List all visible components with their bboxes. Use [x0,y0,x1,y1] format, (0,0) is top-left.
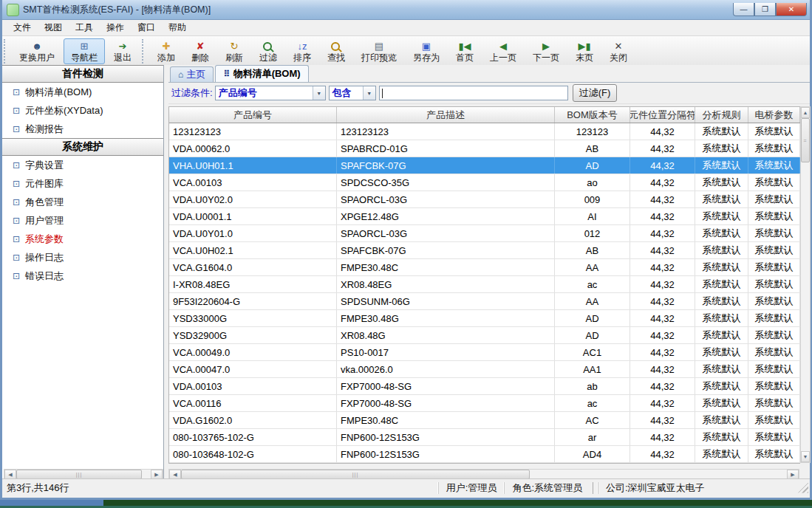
close-button[interactable]: ✕ [776,3,807,16]
chevron-down-icon[interactable]: ▼ [363,86,375,100]
sidebar-item-role-management[interactable]: ⊡角色管理 [2,193,163,211]
tab-bom[interactable]: ⠿物料清单(BOM) [215,65,308,82]
last-page-icon: ▶▮ [578,41,590,52]
table-row[interactable]: VCA.00116FXP7000-48-SGac44,32系统默认系统默认 [169,395,800,412]
navbar-toggle-button[interactable]: ⊞导航栏 [64,38,105,64]
section-first-article[interactable]: 首件检测 [2,65,163,83]
menu-window[interactable]: 窗口 [131,20,162,35]
cell-col-bom-version: ao [555,174,630,190]
bom-table: 产品编号产品描述BOM版本号元件位置分隔符分析规则电桥参数12312312312… [168,106,800,464]
cell-col-product-desc: SPDSUNM-06G [337,293,555,309]
cell-col-bom-version: AD4 [555,446,630,462]
table-row[interactable]: VDA.U0Y02.0SPAORCL-03G00944,32系统默认系统默认 [169,191,800,208]
filter-label: 过滤条件: [171,86,213,100]
resize-grip[interactable] [798,483,808,493]
col-product-no[interactable]: 产品编号 [169,107,337,123]
cell-col-bridge-params: 系统默认 [748,174,800,190]
menu-help[interactable]: 帮助 [162,20,193,35]
sidebar-item-bom[interactable]: ⊡物料清单(BOM) [2,83,163,101]
delete-button[interactable]: ✘删除 [184,38,216,64]
filter-operator-select[interactable]: 包含 ▼ [329,86,376,100]
menu-operate[interactable]: 操作 [100,20,131,35]
table-row[interactable]: 080-103765-102-GFNP600-12S153Gar44,32系统默… [169,429,800,446]
sidebar-item-error-log[interactable]: ⊡错误日志 [2,267,163,285]
filter-button[interactable]: 过滤 [252,38,284,64]
cell-col-analysis-rule: 系统默认 [695,378,748,394]
cell-col-position-separator: 44,32 [630,140,695,157]
chevron-down-icon[interactable]: ▼ [313,86,325,100]
exit-button[interactable]: ➔退出 [106,38,139,64]
col-bom-version[interactable]: BOM版本号 [555,107,630,123]
table-row[interactable]: VDA.00062.0SPABRCD-01GAB44,32系统默认系统默认 [169,140,800,157]
save-as-button[interactable]: ▣另存为 [406,38,447,64]
table-row[interactable]: 12312312312312312312312344,32系统默认系统默认 [169,123,800,140]
cell-col-product-no: YSD33000G [169,310,337,326]
refresh-button[interactable]: ↻刷新 [218,38,250,64]
sort-button[interactable]: ↓z排序 [286,38,318,64]
sidebar-item-user-management-label: 用户管理 [25,214,64,227]
col-position-separator[interactable]: 元件位置分隔符 [630,107,695,123]
sidebar-item-error-log-label: 错误日志 [25,270,64,283]
prev-page-button[interactable]: ◀上一页 [482,38,524,64]
cell-col-analysis-rule: 系统默认 [695,361,748,377]
cell-col-bom-version: AD [555,157,630,174]
tab-bom-label: 物料清单(BOM) [233,67,301,80]
table-row[interactable]: VCA.U0H02.1SPAFCBK-07GAB44,32系统默认系统默认 [169,242,800,259]
sidebar-item-xydata[interactable]: ⊡元件坐标(XYData) [2,101,163,120]
first-page-button[interactable]: ▮◀首页 [448,38,481,64]
print-preview-button[interactable]: ▤打印预览 [354,38,404,64]
sidebar-item-user-management[interactable]: ⊡用户管理 [2,211,163,230]
close-tab-button[interactable]: ✕关闭 [602,38,635,64]
table-row[interactable]: VCA.00049.0PS10-0017AC144,32系统默认系统默认 [169,344,800,361]
table-row[interactable]: VCA.G1604.0FMPE30.48CAA44,32系统默认系统默认 [169,259,800,276]
sidebar-item-component-library[interactable]: ⊡元件图库 [2,174,163,193]
table-row[interactable]: YSD32900GXR08.48GAD44,32系统默认系统默认 [169,327,800,344]
minimize-button[interactable]: — [733,3,754,16]
cell-col-bridge-params: 系统默认 [748,157,800,174]
table-row[interactable]: I-XR08.48EGXR08.48EGac44,32系统默认系统默认 [169,276,800,293]
main-area: 首件检测⊡物料清单(BOM)⊡元件坐标(XYData)⊡检测报告系统维护⊡字典设… [2,65,810,478]
table-row[interactable]: VHA.U0H01.1SPAFCBK-07GAD44,32系统默认系统默认 [169,157,800,174]
cell-col-product-desc: SPABRCD-01G [337,140,555,157]
add-button[interactable]: ✚添加 [150,38,182,64]
sidebar-item-report[interactable]: ⊡检测报告 [2,120,163,138]
cell-col-product-no: VDA.00103 [169,378,337,394]
scroll-up-icon[interactable]: ▲ [801,107,810,118]
menu-file[interactable]: 文件 [7,20,38,35]
menu-view[interactable]: 视图 [38,20,69,35]
table-vscroll-thumb[interactable]: = [801,118,810,162]
filter-field-select[interactable]: 产品编号 ▼ [215,86,326,100]
table-vscrollbar[interactable]: ▲ = ▼ [800,106,811,463]
section-system-maintenance[interactable]: 系统维护 [2,138,163,156]
table-row[interactable]: YSD33000GFMPE30.48GAD44,32系统默认系统默认 [169,310,800,327]
find-button[interactable]: 查找 [320,38,352,64]
sidebar-item-operation-log[interactable]: ⊡操作日志 [2,248,163,267]
cell-col-bom-version: AA1 [555,361,630,377]
table-row[interactable]: VDA.G1602.0FMPE30.48CAC44,32系统默认系统默认 [169,412,800,429]
last-page-button[interactable]: ▶▮末页 [568,38,601,64]
col-bridge-params[interactable]: 电桥参数 [748,107,800,123]
tree-node-icon: ⊡ [13,124,20,134]
sort-button-label: 排序 [293,52,311,63]
table-row[interactable]: VDA.U0001.1XPGE12.48GAI44,32系统默认系统默认 [169,208,800,225]
next-page-button[interactable]: ▶下一页 [525,38,567,64]
switch-user-button[interactable]: ☻更换用户 [12,38,62,64]
col-product-desc[interactable]: 产品描述 [337,107,555,123]
tab-home[interactable]: ⌂主页 [170,66,214,82]
table-row[interactable]: VDA.U0Y01.0SPAORCL-03G01244,32系统默认系统默认 [169,225,800,242]
restore-button[interactable]: ❐ [754,3,776,16]
sidebar-item-dictionary[interactable]: ⊡字典设置 [2,156,163,174]
apply-filter-button[interactable]: 过滤(F) [573,84,618,102]
table-row[interactable]: VDA.00103FXP7000-48-SGab44,32系统默认系统默认 [169,378,800,395]
col-analysis-rule[interactable]: 分析规则 [695,107,748,123]
cell-col-bom-version: AB [555,140,630,157]
sidebar-item-system-params[interactable]: ⊡系统参数 [2,230,163,248]
table-row[interactable]: 9F53I220604-GSPDSUNM-06GAA44,32系统默认系统默认 [169,293,800,310]
cell-col-analysis-rule: 系统默认 [695,412,748,428]
table-row[interactable]: 080-103648-102-GFNP600-12S153GAD444,32系统… [169,446,800,463]
menu-tools[interactable]: 工具 [69,20,100,35]
filter-value-input[interactable] [379,86,568,100]
table-row[interactable]: VCA.00047.0vka.00026.0AA144,32系统默认系统默认 [169,361,800,378]
table-row[interactable]: VCA.00103SPDCSCO-35Gao44,32系统默认系统默认 [169,174,800,191]
scroll-down-icon[interactable]: ▼ [801,451,810,462]
